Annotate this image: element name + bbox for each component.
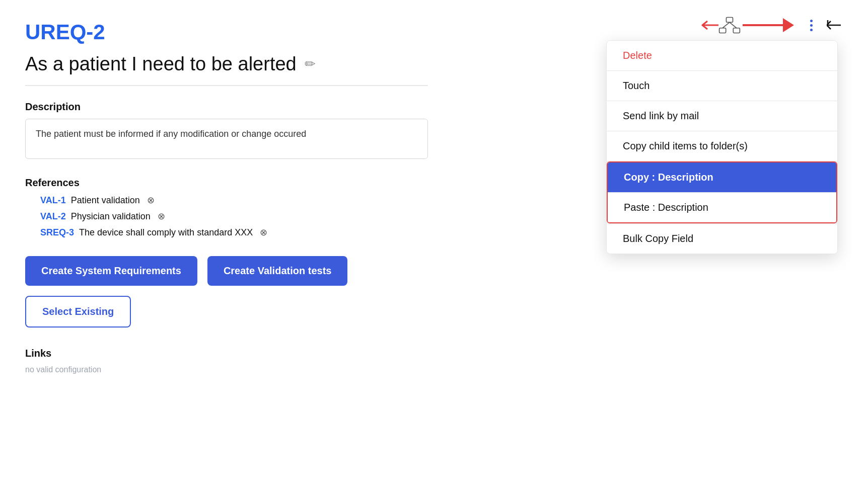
context-menu-item-paste-description[interactable]: Paste : Description <box>608 193 836 222</box>
links-section: Links no valid configuration <box>25 348 428 374</box>
dot <box>810 29 813 31</box>
page-title-row: As a patient I need to be alerted ✏ <box>25 53 428 86</box>
toolbar-diagram-area <box>701 14 794 36</box>
create-system-requirements-button[interactable]: Create System Requirements <box>25 256 197 286</box>
context-menu-item-copy-description[interactable]: Copy : Description <box>608 162 836 192</box>
ref-text-val2: Physician validation <box>71 211 151 222</box>
copy-paste-group: Copy : Description Paste : Description <box>607 161 837 223</box>
page-title: As a patient I need to be alerted <box>25 53 297 75</box>
links-label: Links <box>25 348 428 359</box>
context-menu-item-copy-child[interactable]: Copy child items to folder(s) <box>607 131 837 161</box>
create-validation-tests-button[interactable]: Create Validation tests <box>207 256 348 286</box>
action-buttons-row: Create System Requirements Create Valida… <box>25 256 428 328</box>
list-item: SREQ-3 The device shall comply with stan… <box>40 227 428 238</box>
list-item: VAL-2 Physician validation ⊗ <box>40 211 428 222</box>
ref-id-val1[interactable]: VAL-1 <box>40 195 66 206</box>
top-toolbar <box>701 14 843 36</box>
ref-id-sreq3[interactable]: SREQ-3 <box>40 227 74 238</box>
description-section: Description The patient must be informed… <box>25 101 428 159</box>
edit-icon[interactable]: ✏ <box>305 56 316 72</box>
dot <box>810 20 813 22</box>
red-right-arrow <box>743 18 794 32</box>
context-menu-item-send-link[interactable]: Send link by mail <box>607 101 837 131</box>
main-content: UREQ-2 As a patient I need to be alerted… <box>0 0 453 394</box>
back-arrow-icon <box>701 18 718 32</box>
unlink-icon-val1[interactable]: ⊗ <box>147 195 155 206</box>
ref-id-val2[interactable]: VAL-2 <box>40 211 66 222</box>
svg-rect-3 <box>733 28 740 33</box>
page-id: UREQ-2 <box>25 20 428 44</box>
references-section: References VAL-1 Patient validation ⊗ VA… <box>25 177 428 238</box>
context-menu-item-bulk-copy[interactable]: Bulk Copy Field <box>607 224 837 254</box>
links-note: no valid configuration <box>25 365 428 374</box>
ref-text-sreq3: The device shall comply with standard XX… <box>79 227 253 238</box>
context-menu-item-touch[interactable]: Touch <box>607 71 837 101</box>
select-existing-button[interactable]: Select Existing <box>25 296 131 328</box>
svg-rect-1 <box>726 18 733 23</box>
unlink-icon-sreq3[interactable]: ⊗ <box>260 227 267 238</box>
description-label: Description <box>25 101 428 113</box>
three-dots-menu-button[interactable] <box>806 18 817 33</box>
svg-line-5 <box>730 22 737 28</box>
svg-line-4 <box>722 22 730 28</box>
ref-text-val1: Patient validation <box>71 195 140 206</box>
unlink-icon-val2[interactable]: ⊗ <box>158 211 165 222</box>
network-hierarchy-icon <box>718 14 741 36</box>
dot <box>810 24 813 27</box>
context-menu-item-delete[interactable]: Delete <box>607 41 837 70</box>
back-button[interactable] <box>827 18 843 32</box>
references-label: References <box>25 177 428 189</box>
back-icon <box>827 18 843 32</box>
context-menu: Delete Touch Send link by mail Copy chil… <box>606 40 838 254</box>
description-text: The patient must be informed if any modi… <box>25 119 428 159</box>
list-item: VAL-1 Patient validation ⊗ <box>40 195 428 206</box>
references-list: VAL-1 Patient validation ⊗ VAL-2 Physici… <box>25 195 428 238</box>
svg-rect-2 <box>719 28 726 33</box>
